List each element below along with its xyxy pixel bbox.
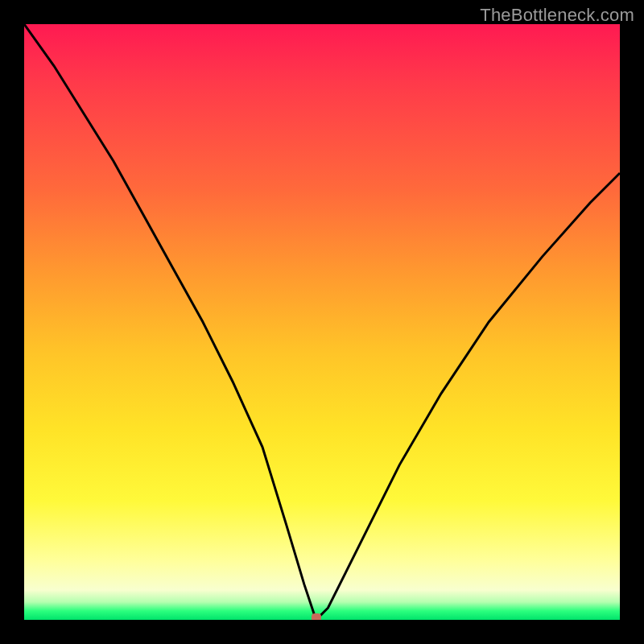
watermark-text: TheBottleneck.com	[480, 5, 634, 26]
background-gradient	[24, 24, 620, 620]
chart-frame: TheBottleneck.com	[0, 0, 644, 644]
plot-area	[24, 24, 620, 620]
minimum-marker	[312, 613, 321, 620]
